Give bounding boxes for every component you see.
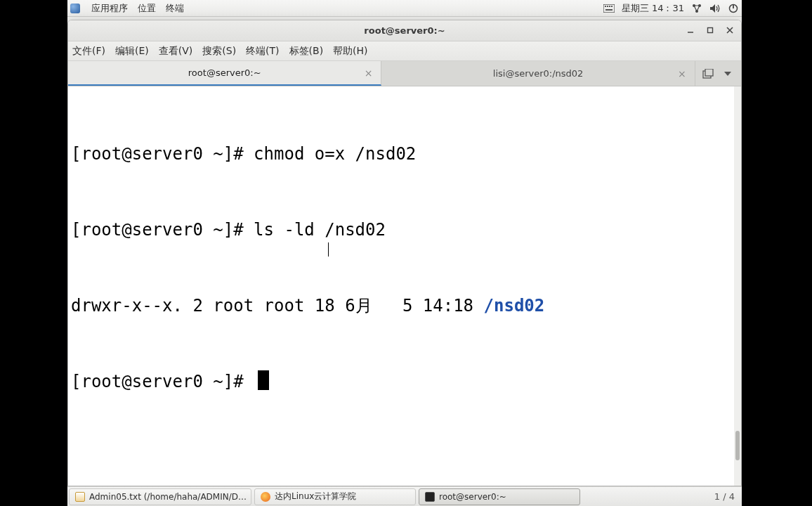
terminal-content[interactable]: [root@server0 ~]# chmod o=x /nsd02 [root… [68,86,741,486]
text-caret-icon [328,242,329,257]
svg-rect-2 [607,6,608,7]
minimize-button[interactable] [683,23,698,37]
menu-search[interactable]: 搜索(S) [202,45,236,58]
menu-file[interactable]: 文件(F) [72,45,105,58]
clock-label[interactable]: 星期三 14：31 [622,2,684,15]
tab-close-icon[interactable]: × [365,67,373,79]
svg-rect-3 [609,6,610,7]
bottom-taskbar: Admin05.txt (/home/haha/ADMIN/D… 达内Linux… [67,486,742,506]
vertical-scrollbar[interactable] [734,86,741,486]
svg-rect-5 [605,9,613,11]
terminal-tabbar: root@server0:~ × lisi@server0:/nsd02 × [68,61,741,86]
svg-rect-16 [705,69,713,76]
new-tab-icon[interactable] [702,67,714,80]
menu-edit[interactable]: 编辑(E) [115,45,149,58]
taskbar-item-terminal[interactable]: root@server0:~ [419,488,580,505]
terminal-line: [root@server0 ~]# chmod o=x /nsd02 [71,141,738,167]
terminal-line: [root@server0 ~]# ls -ld /nsd02 [71,217,738,242]
network-icon[interactable] [691,3,702,14]
taskbar-item-label: Admin05.txt (/home/haha/ADMIN/D… [89,492,247,502]
menu-terminal[interactable]: 终端(T) [246,45,279,58]
close-button[interactable] [723,23,737,37]
gnome-top-panel: 应用程序 位置 终端 星期三 14：31 [67,0,742,17]
window-title: root@server0:~ [364,25,445,36]
svg-rect-12 [708,28,713,33]
distro-logo-icon [70,4,80,13]
tab-dropdown-icon[interactable] [721,67,734,80]
maximize-button[interactable] [703,23,717,37]
svg-rect-0 [603,4,615,13]
cursor-block-icon [258,370,269,390]
terminal-icon [425,492,435,502]
svg-rect-4 [611,6,613,7]
terminal-menu[interactable]: 终端 [166,2,184,15]
terminal-line: [root@server0 ~]# [71,369,738,394]
menu-tabs[interactable]: 标签(B) [289,45,324,58]
menu-view[interactable]: 查看(V) [159,45,193,58]
text-editor-icon [75,492,85,502]
terminal-line: drwxr-x--x. 2 root root 18 6月 5 14:18 /n… [71,293,738,318]
taskbar-item-label: root@server0:~ [439,492,506,502]
terminal-tab-1[interactable]: lisi@server0:/nsd02 × [381,61,695,86]
keyboard-icon[interactable] [603,3,615,14]
scrollbar-thumb[interactable] [735,431,740,460]
apps-menu[interactable]: 应用程序 [91,2,128,15]
menu-help[interactable]: 帮助(H) [333,45,367,58]
menubar: 文件(F) 编辑(E) 查看(V) 搜索(S) 终端(T) 标签(B) 帮助(H… [68,41,741,61]
tab-label: root@server0:~ [188,67,261,78]
terminal-window: root@server0:~ 文件(F) 编辑(E) 查看(V) 搜索(S) 终… [67,20,742,486]
places-menu[interactable]: 位置 [138,2,156,15]
taskbar-item-browser[interactable]: 达内Linux云计算学院 [254,488,416,505]
svg-rect-1 [605,6,606,7]
volume-icon[interactable] [709,3,721,14]
firefox-icon [261,492,270,502]
taskbar-item-label: 达内Linux云计算学院 [275,491,356,502]
workspace-indicator[interactable]: 1 / 4 [714,491,735,502]
power-icon[interactable] [728,3,739,14]
tab-label: lisi@server0:/nsd02 [493,68,584,79]
window-titlebar[interactable]: root@server0:~ [68,20,741,41]
tab-close-icon[interactable]: × [678,68,686,79]
terminal-tab-0[interactable]: root@server0:~ × [68,61,381,86]
taskbar-item-editor[interactable]: Admin05.txt (/home/haha/ADMIN/D… [69,488,251,505]
